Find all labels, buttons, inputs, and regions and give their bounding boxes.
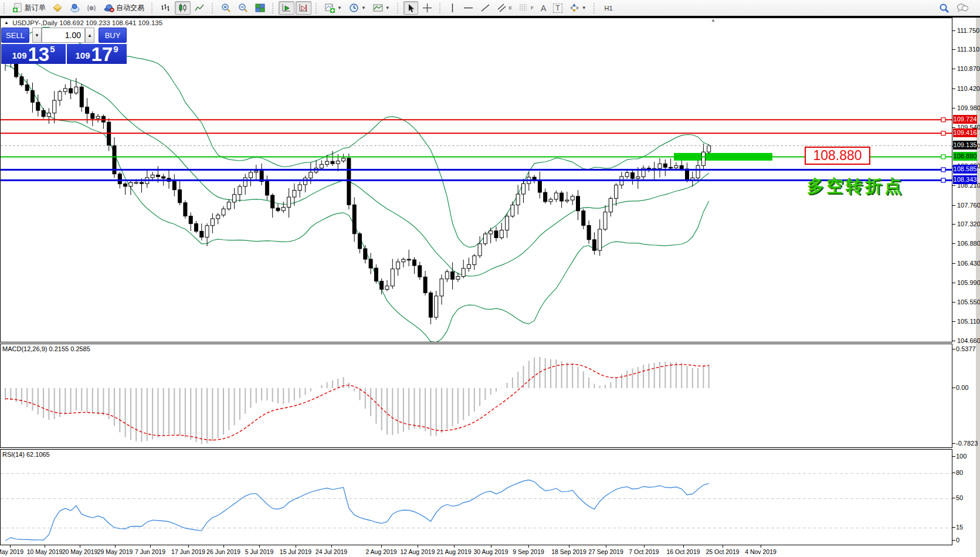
cursor-icon	[406, 4, 415, 13]
candle-body	[609, 198, 612, 212]
rsi-chart[interactable]	[1, 450, 952, 545]
candle-body	[342, 158, 345, 161]
candle-body	[423, 277, 427, 293]
ohlc-low: 108.641	[112, 19, 137, 26]
candle-body	[680, 165, 683, 169]
date-label: 20 May 2019	[62, 548, 98, 555]
candle-body	[462, 269, 465, 277]
templates-button[interactable]: ▼	[370, 1, 393, 15]
candle-body	[429, 293, 432, 317]
rsi-line	[5, 480, 709, 541]
date-tick-mark	[296, 545, 296, 548]
date-label: 12 Aug 2019	[401, 548, 435, 555]
new-order-button[interactable]: 新订单	[10, 1, 49, 15]
candle-body	[707, 146, 711, 152]
collapse-arrow-icon[interactable]: ▲	[4, 20, 9, 25]
tile-windows-button[interactable]	[252, 1, 268, 15]
price-tick-label: 106.880	[957, 240, 980, 247]
zoom-in-button[interactable]	[218, 1, 234, 15]
price-tick-mark	[952, 185, 955, 186]
zoom-out-button[interactable]	[235, 1, 251, 15]
sell-button[interactable]: SELL	[1, 28, 29, 43]
date-tick-mark	[606, 545, 606, 548]
sell-price-display[interactable]: 109 13 5	[1, 44, 66, 64]
sell-price-big: 13	[28, 46, 49, 63]
date-label: 10 May 2019	[27, 548, 63, 555]
level-price-badge: 108.880	[953, 152, 977, 161]
vertical-line-button[interactable]	[446, 1, 459, 15]
chart-shift-button[interactable]	[296, 1, 311, 15]
macd-tick-label: 0.5377	[956, 345, 976, 352]
one-click-trading-panel: SELL ▼ 1.00 ▲ BUY 109 13 5 109 17 9	[1, 28, 127, 64]
text-label-button[interactable]: T	[550, 1, 565, 15]
rsi-tick-label: 0	[956, 536, 959, 544]
chevron-down-icon: ▼	[582, 5, 586, 11]
bar-chart-icon	[161, 3, 171, 13]
timeframe-button-h1[interactable]: H1	[601, 2, 621, 14]
fibonacci-button[interactable]: F	[516, 1, 537, 15]
level-line-handle[interactable]	[941, 155, 945, 159]
level-line-handle[interactable]	[941, 168, 945, 172]
new-order-label: 新订单	[25, 3, 46, 13]
webterminal-button[interactable]	[50, 1, 66, 15]
date-tick-mark	[723, 545, 723, 548]
periods-button[interactable]: ▼	[346, 1, 369, 15]
auto-scroll-button[interactable]	[279, 1, 294, 15]
crosshair-button[interactable]	[419, 1, 435, 15]
price-tick-mark	[952, 224, 955, 225]
candlestick-chart-button[interactable]	[175, 1, 191, 15]
level-line-handle[interactable]	[941, 118, 945, 122]
candle-body	[96, 116, 100, 118]
arrows-button[interactable]: ▼	[567, 1, 589, 15]
horizontal-line-button[interactable]	[460, 1, 476, 15]
candle-body	[25, 85, 29, 91]
bar-chart-button[interactable]	[158, 1, 174, 15]
volume-decrease-button[interactable]: ▼	[32, 28, 42, 43]
volume-increase-button[interactable]: ▲	[85, 28, 94, 43]
community-button[interactable]	[67, 1, 83, 15]
toolbar-grip	[439, 3, 443, 13]
cursor-button[interactable]	[403, 1, 418, 15]
date-tick-mark	[381, 545, 382, 548]
price-tick-label: 110.870	[957, 65, 980, 72]
indicators-button[interactable]: ▼	[322, 1, 345, 15]
candle-body	[287, 197, 291, 207]
volume-input[interactable]: 1.00	[42, 28, 85, 43]
chat-button[interactable]	[954, 1, 971, 15]
candle-body	[129, 182, 133, 186]
pivot-annotation-text[interactable]: 多空转折点	[807, 175, 904, 198]
level-line-handle[interactable]	[941, 178, 945, 182]
macd-value-main: 0.2155	[49, 345, 69, 352]
date-tick-mark	[80, 545, 80, 548]
toolbar-grip	[594, 3, 597, 13]
candle-body	[243, 178, 247, 186]
text-button[interactable]: A	[538, 1, 549, 15]
rsi-panel[interactable]	[0, 449, 952, 545]
buy-price-display[interactable]: 109 17 9	[67, 44, 127, 64]
channel-button[interactable]: E	[494, 1, 515, 15]
price-tick-mark	[952, 341, 955, 341]
candle-body	[265, 182, 269, 195]
auto-trading-button[interactable]: 自动交易	[101, 1, 147, 15]
sell-price-sup: 5	[50, 45, 55, 53]
macd-chart[interactable]	[1, 344, 952, 447]
candle-body	[53, 100, 56, 113]
macd-panel[interactable]	[0, 344, 952, 448]
line-chart-button[interactable]	[192, 1, 208, 15]
buy-button[interactable]: BUY	[99, 28, 127, 43]
search-button[interactable]	[936, 1, 952, 15]
indicators-icon	[325, 3, 335, 13]
candle-body	[205, 226, 209, 237]
price-callout-label[interactable]: 108.880	[805, 147, 870, 165]
trendline-button[interactable]	[477, 1, 493, 15]
rsi-tick-mark	[952, 498, 955, 498]
date-tick-mark	[528, 545, 529, 548]
chevron-down-icon: ▼	[361, 5, 366, 11]
date-tick-mark	[418, 545, 418, 548]
macd-signal-line	[5, 364, 709, 440]
candle-body	[282, 207, 285, 210]
timeframe-button-m30[interactable]: M30	[601, 0, 621, 2]
level-line-handle[interactable]	[941, 131, 945, 135]
signals-button[interactable]	[84, 1, 100, 15]
chevron-down-icon: ▼	[385, 5, 390, 11]
